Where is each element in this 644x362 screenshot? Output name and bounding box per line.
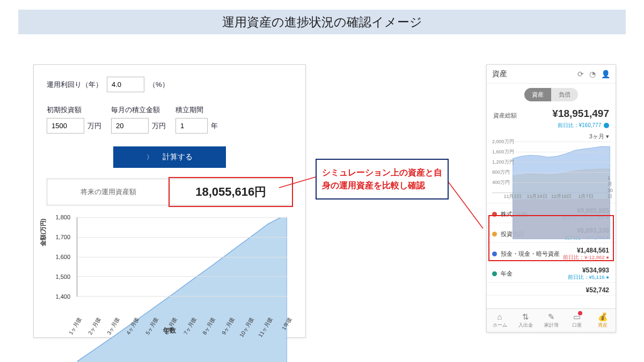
mini-x-tick: 11月2日 bbox=[503, 193, 521, 200]
phone-header: 資産 ⟳ ◔ 👤 bbox=[487, 65, 616, 84]
tab-ホーム[interactable]: ⌂ホーム bbox=[487, 309, 513, 332]
segment-debts[interactable]: 負債 bbox=[551, 88, 578, 101]
asset-color-dot bbox=[492, 232, 497, 237]
segment-assets[interactable]: 資産 bbox=[524, 88, 551, 101]
asset-value: ¥534,993 bbox=[568, 267, 609, 274]
mini-y-tick: 1,200万円 bbox=[492, 159, 514, 166]
mini-x-tick: 1月30日 bbox=[608, 175, 613, 200]
user-add-icon[interactable]: 👤 bbox=[601, 70, 610, 78]
y-tick: 1,500 bbox=[55, 274, 70, 280]
tab-家計簿[interactable]: ✎家計簿 bbox=[538, 309, 564, 332]
total-label: 資産総額 bbox=[493, 112, 517, 120]
asset-value: ¥1,484,561 bbox=[563, 247, 609, 254]
tab-口座[interactable]: ▭口座 bbox=[564, 309, 590, 332]
asset-color-dot bbox=[492, 271, 497, 276]
chart-x-label: 年数 bbox=[47, 326, 292, 335]
yield-label: 運用利回り（年） bbox=[47, 80, 103, 90]
asset-name: 年金 bbox=[501, 270, 513, 278]
monthly-input[interactable] bbox=[111, 118, 149, 134]
mini-y-tick: 400万円 bbox=[492, 179, 510, 186]
mini-y-tick: 1,600万円 bbox=[492, 149, 514, 156]
result-box: 将来の運用資産額 18,055,616円 bbox=[47, 179, 292, 205]
yield-unit: （%） bbox=[149, 80, 169, 90]
annotation-callout: シミュレーション上の資産と自身の運用資産を比較し確認 bbox=[316, 159, 449, 200]
calculate-button[interactable]: 〉 計算する bbox=[113, 146, 226, 168]
tab-icon: 💰 bbox=[598, 313, 608, 321]
annotation-text: シミュレーション上の資産と自身の運用資産を比較し確認 bbox=[322, 168, 442, 190]
notification-badge-icon bbox=[578, 311, 582, 315]
phone-mock: 資産 ⟳ ◔ 👤 資産 負債 資産総額 ¥18,951,497 前日比：¥160… bbox=[486, 64, 616, 333]
y-tick: 1,400 bbox=[55, 293, 70, 300]
asset-item[interactable]: 預金・現金・暗号資産¥1,484,561前日比：¥-12,862 ● bbox=[487, 243, 616, 263]
initial-input[interactable] bbox=[47, 118, 84, 134]
mini-x-tick: 12月16日 bbox=[551, 193, 572, 200]
svg-marker-0 bbox=[77, 217, 287, 362]
monthly-unit: 万円 bbox=[152, 121, 166, 131]
initial-label: 初期投資額 bbox=[47, 105, 101, 115]
asset-color-dot bbox=[492, 212, 497, 217]
total-delta: 前日比：¥160,777 bbox=[558, 122, 610, 128]
yield-input[interactable] bbox=[107, 77, 144, 92]
simulation-panel: 運用利回り（年） （%） 初期投資額 万円 毎月の積立金額 万円 積立期間 bbox=[33, 64, 306, 338]
tab-資産[interactable]: 💰資産 bbox=[590, 309, 616, 332]
y-tick: 1,700 bbox=[55, 234, 70, 240]
result-label: 将来の運用資産額 bbox=[47, 187, 170, 197]
chevron-right-icon: 〉 bbox=[147, 153, 153, 162]
monthly-label: 毎月の積立金額 bbox=[111, 105, 166, 115]
asset-value: ¥52,742 bbox=[586, 286, 609, 294]
tab-入出金[interactable]: ⇅入出金 bbox=[513, 309, 538, 332]
calculate-button-label: 計算する bbox=[163, 152, 193, 162]
area-chart-svg bbox=[77, 217, 287, 362]
tab-label: 入出金 bbox=[518, 322, 533, 329]
mini-y-tick: 800万円 bbox=[492, 169, 510, 176]
refresh-icon[interactable]: ⟳ bbox=[577, 70, 584, 78]
tab-label: 家計簿 bbox=[544, 322, 559, 329]
result-value: 18,055,616円 bbox=[170, 179, 292, 205]
tab-icon: ⇅ bbox=[522, 313, 529, 321]
mini-x-tick: 11月24日 bbox=[526, 193, 547, 200]
mini-x-tick: 1月7日 bbox=[578, 193, 593, 200]
initial-unit: 万円 bbox=[87, 121, 101, 131]
tab-label: 口座 bbox=[572, 322, 582, 329]
period-label: 積立期間 bbox=[175, 105, 218, 115]
segment-control[interactable]: 資産 負債 bbox=[487, 84, 616, 106]
asset-delta: 前日比：¥5,116 ● bbox=[568, 274, 609, 281]
chart-y-label: 金額(万円) bbox=[39, 219, 47, 246]
asset-item[interactable]: ¥52,742 bbox=[487, 283, 616, 295]
asset-item[interactable]: 年金¥534,993前日比：¥5,116 ● bbox=[487, 263, 616, 283]
pie-chart-icon[interactable]: ◔ bbox=[589, 70, 596, 78]
period-input[interactable] bbox=[175, 118, 208, 134]
period-unit: 年 bbox=[211, 121, 218, 131]
y-tick: 1,600 bbox=[55, 254, 70, 260]
tab-icon: ✎ bbox=[548, 313, 555, 321]
simulation-chart: 金額(万円) 1,4001,5001,6001,7001,800 1ヶ月後2ヶ月… bbox=[47, 214, 292, 332]
phone-title: 資産 bbox=[492, 69, 507, 79]
svg-line-2 bbox=[449, 182, 483, 228]
y-tick: 1,800 bbox=[55, 214, 70, 220]
mini-y-tick: 2,000万円 bbox=[492, 138, 514, 145]
asset-delta: 前日比：¥-12,862 ● bbox=[563, 254, 609, 261]
mini-chart: 400万円800万円1,200万円1,600万円2,000万円11月2日11月2… bbox=[492, 142, 610, 193]
arrow-up-icon bbox=[604, 123, 609, 128]
page-title: 運用資産の進捗状況の確認イメージ bbox=[222, 14, 422, 31]
asset-color-dot bbox=[492, 252, 497, 256]
asset-name: 預金・現金・暗号資産 bbox=[501, 250, 560, 258]
total-value: ¥18,951,497 bbox=[552, 108, 609, 120]
tab-icon: ⌂ bbox=[497, 313, 502, 321]
page-title-bar: 運用資産の進捗状況の確認イメージ bbox=[18, 10, 626, 34]
mini-chart-svg bbox=[513, 142, 610, 239]
tab-label: 資産 bbox=[598, 322, 608, 329]
bottom-tabbar: ⌂ホーム⇅入出金✎家計簿▭口座💰資産 bbox=[487, 308, 616, 332]
tab-label: ホーム bbox=[493, 322, 507, 329]
